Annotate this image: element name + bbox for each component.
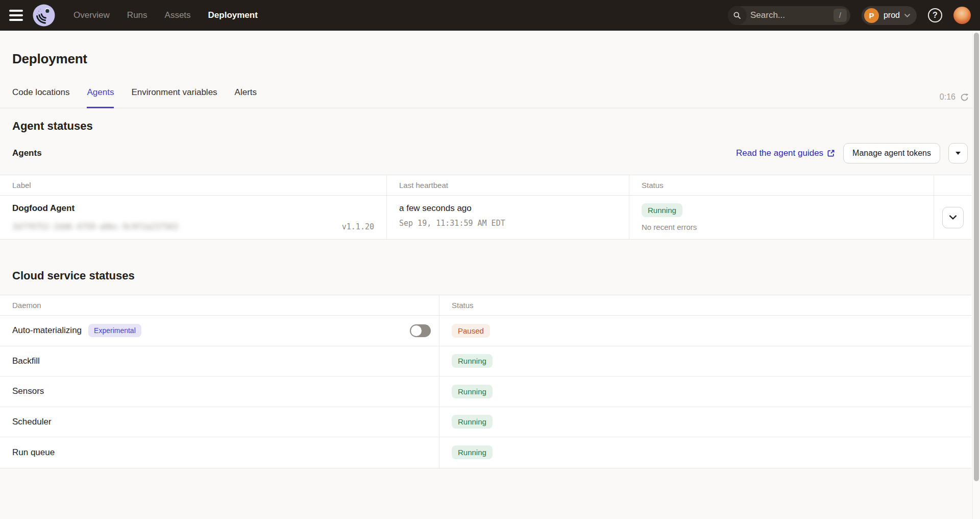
refresh-countdown: 0:16 (940, 92, 955, 102)
status-badge: Paused (452, 324, 490, 338)
nav-runs[interactable]: Runs (127, 10, 148, 20)
cloud-service-statuses-heading: Cloud service statuses (12, 269, 968, 282)
nav-assets[interactable]: Assets (165, 10, 191, 20)
agent-expand-cell (934, 196, 971, 239)
user-avatar[interactable] (953, 7, 971, 24)
page-header: Deployment (0, 31, 980, 67)
daemon-name: Auto-materializing (12, 325, 82, 336)
dagster-logo[interactable] (33, 4, 55, 27)
org-initial-badge: P (864, 8, 879, 23)
agent-guides-link-label: Read the agent guides (736, 148, 823, 158)
nav-overview[interactable]: Overview (74, 10, 110, 20)
daemon-label-cell: Auto-materializing Experimental (0, 316, 439, 346)
daemon-status-cell: Running (439, 376, 971, 407)
search-shortcut-key: / (834, 9, 847, 22)
agent-row-expand-button[interactable] (942, 207, 964, 228)
tab-agents[interactable]: Agents (87, 87, 114, 108)
top-navbar: Overview Runs Assets Deployment / P prod… (0, 0, 980, 31)
chevron-down-icon (904, 14, 910, 17)
help-icon[interactable]: ? (928, 8, 942, 22)
org-name: prod (884, 11, 900, 20)
daemon-status-cell: Paused (439, 316, 971, 346)
daemon-row-sensors: Sensors Running (0, 376, 971, 407)
daemon-label-cell: Sensors (0, 376, 439, 407)
nav-deployment[interactable]: Deployment (208, 10, 258, 20)
daemon-row-auto-materializing: Auto-materializing Experimental Paused (0, 316, 971, 346)
column-header-status: Status (439, 295, 971, 315)
agent-status-badge: Running (642, 203, 682, 217)
cloud-table-header: Daemon Status (0, 295, 971, 316)
agent-statuses-heading: Agent statuses (12, 120, 968, 133)
daemon-label-cell: Run queue (0, 437, 439, 468)
agent-version: v1.1.20 (342, 222, 374, 231)
daemon-status-cell: Running (439, 437, 971, 468)
refresh-area: 0:16 (940, 92, 969, 102)
cloud-services-table: Daemon Status Auto-materializing Experim… (0, 295, 971, 468)
manage-agent-tokens-button[interactable]: Manage agent tokens (843, 143, 940, 163)
agent-id-blurred: 3d7f9752-2dd6-4759-a9bc-9c9f2a237563 (12, 222, 178, 231)
navbar-right: / P prod ? (728, 6, 971, 25)
agent-heartbeat-cell: a few seconds ago Sep 19, 11:31:59 AM ED… (387, 196, 629, 239)
primary-nav: Overview Runs Assets Deployment (74, 10, 258, 20)
scrollbar-thumb[interactable] (974, 33, 979, 481)
daemon-row-backfill: Backfill Running (0, 346, 971, 377)
daemon-row-scheduler: Scheduler Running (0, 407, 971, 438)
column-header-label: Label (0, 175, 387, 195)
search-input[interactable] (747, 10, 834, 20)
daemon-name: Run queue (12, 447, 55, 458)
tab-alerts[interactable]: Alerts (235, 87, 257, 108)
status-badge: Running (452, 354, 493, 368)
agent-label-cell: Dogfood Agent 3d7f9752-2dd6-4759-a9bc-9c… (0, 196, 387, 239)
heartbeat-relative: a few seconds ago (399, 203, 617, 214)
agent-table-row: Dogfood Agent 3d7f9752-2dd6-4759-a9bc-9c… (0, 196, 971, 239)
daemon-status-cell: Running (439, 346, 971, 376)
search-icon (728, 6, 747, 25)
agents-subheading: Agents (12, 148, 42, 158)
column-header-daemon: Daemon (0, 295, 439, 315)
scrollbar-track (972, 31, 980, 519)
agent-name: Dogfood Agent (12, 203, 374, 214)
agents-table-header: Label Last heartbeat Status (0, 175, 971, 196)
column-header-actions (934, 175, 971, 195)
agent-errors-text: No recent errors (642, 223, 921, 231)
status-badge: Running (452, 385, 493, 398)
tabs-bar: Code locations Agents Environment variab… (0, 87, 980, 108)
agent-guides-link[interactable]: Read the agent guides (736, 148, 835, 158)
agents-table: Label Last heartbeat Status Dogfood Agen… (0, 175, 971, 240)
refresh-icon[interactable] (960, 93, 969, 102)
external-link-icon (827, 149, 835, 157)
status-badge: Running (452, 445, 493, 459)
deployment-switcher[interactable]: P prod (862, 6, 917, 25)
daemon-status-cell: Running (439, 407, 971, 437)
daemon-label-cell: Backfill (0, 346, 439, 376)
experimental-badge: Experimental (88, 324, 141, 337)
daemon-name: Scheduler (12, 417, 52, 427)
search-box[interactable]: / (728, 6, 850, 25)
auto-materializing-toggle[interactable] (410, 324, 431, 337)
daemon-name: Sensors (12, 386, 44, 396)
help-glyph: ? (933, 11, 938, 20)
tab-environment-variables[interactable]: Environment variables (131, 87, 217, 108)
caret-down-icon (955, 152, 961, 155)
tab-code-locations[interactable]: Code locations (12, 87, 69, 108)
heartbeat-timestamp: Sep 19, 11:31:59 AM EDT (399, 219, 617, 228)
column-header-status: Status (629, 175, 934, 195)
daemon-label-cell: Scheduler (0, 407, 439, 437)
agent-tokens-menu-button[interactable] (948, 143, 968, 163)
menu-icon[interactable] (9, 10, 24, 21)
daemon-name: Backfill (12, 356, 40, 366)
agent-status-cell: Running No recent errors (629, 196, 934, 239)
status-badge: Running (452, 415, 493, 429)
toggle-knob (411, 325, 422, 336)
daemon-row-run-queue: Run queue Running (0, 437, 971, 468)
agents-toolbar: Agents Read the agent guides Manage agen… (12, 143, 968, 163)
page-title: Deployment (12, 51, 968, 67)
column-header-last-heartbeat: Last heartbeat (387, 175, 629, 195)
